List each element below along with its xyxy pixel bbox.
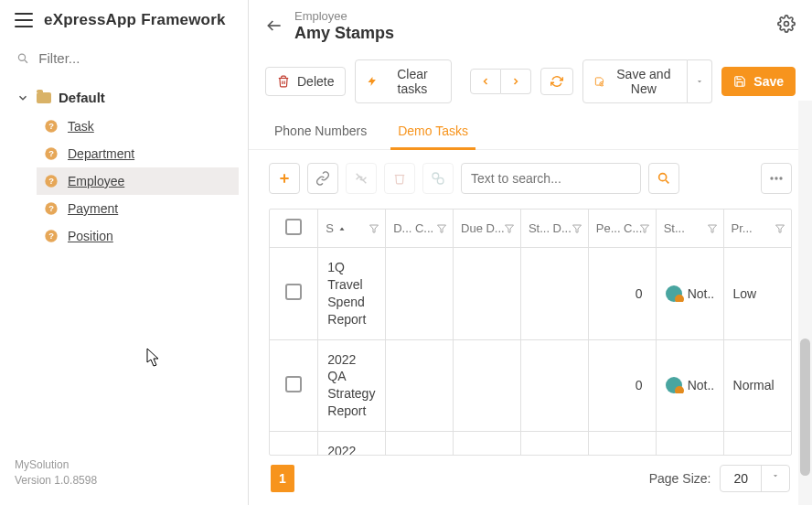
nav-label: Payment [68, 201, 118, 216]
clear-tasks-label: Clear tasks [385, 67, 439, 96]
grid-search-input[interactable] [461, 163, 641, 194]
row-status: Not... [656, 339, 723, 432]
caret-down-icon [771, 471, 780, 480]
prev-record-button[interactable] [470, 69, 501, 94]
filter-icon[interactable] [572, 223, 582, 234]
save-and-new-split: Save and New [582, 59, 713, 103]
tree-root[interactable]: Default [9, 82, 239, 113]
nav-label: Employee [68, 174, 124, 188]
question-icon: ? [44, 229, 59, 243]
row-checkbox[interactable] [270, 248, 318, 340]
footer-version: Version 1.0.8598 [15, 473, 233, 489]
nav-item-payment[interactable]: ? Payment [37, 195, 239, 222]
tab-phone-numbers[interactable]: Phone Numbers [272, 114, 369, 149]
row-subject: 2022 Training Events [318, 432, 386, 456]
refresh-icon [550, 75, 563, 88]
table-row[interactable]: 2022 Training Events 0 Not... Normal [270, 432, 791, 456]
save-and-new-dropdown[interactable] [688, 59, 712, 103]
page-size-select[interactable]: 20 [720, 465, 790, 492]
titlebar: Employee Amy Stamps [249, 0, 812, 50]
filter-icon[interactable] [639, 223, 650, 234]
row-start-date [520, 248, 588, 340]
col-percent[interactable]: Pe... C... [588, 210, 656, 248]
scrollbar-thumb[interactable] [800, 338, 810, 476]
col-select-all[interactable] [270, 210, 318, 248]
svg-marker-31 [640, 225, 648, 232]
svg-point-25 [775, 177, 777, 179]
svg-text:?: ? [48, 177, 54, 186]
row-due-date [454, 248, 521, 340]
filter-box [0, 40, 248, 75]
link-icon [315, 171, 330, 186]
vertical-scrollbar[interactable] [798, 101, 812, 505]
col-due-date[interactable]: Due D... [454, 210, 521, 248]
delete-button[interactable]: Delete [265, 67, 346, 96]
nav-item-position[interactable]: ? Position [37, 222, 239, 250]
col-date-completed[interactable]: D... C... [386, 210, 454, 248]
svg-point-0 [18, 54, 25, 60]
nav-tree: Default ? Task ? Department ? Employee ?… [0, 75, 248, 257]
question-icon: ? [44, 146, 59, 161]
filter-icon[interactable] [369, 223, 379, 234]
link-row-button[interactable] [307, 163, 338, 194]
save-icon [733, 75, 746, 88]
clear-tasks-button[interactable]: Clear tasks [355, 59, 451, 103]
sort-asc-icon [337, 225, 347, 234]
filter-icon[interactable] [436, 223, 447, 234]
filter-icon[interactable] [504, 223, 515, 234]
checkbox-icon[interactable] [285, 219, 302, 235]
add-row-button[interactable] [269, 163, 300, 194]
row-checkbox[interactable] [270, 339, 318, 432]
breadcrumb: Employee [294, 9, 394, 23]
row-percent: 0 [588, 432, 656, 456]
page-size-dropdown[interactable] [761, 466, 789, 491]
svg-point-13 [785, 22, 789, 27]
page-1-button[interactable]: 1 [271, 465, 294, 492]
row-start-date [520, 339, 588, 432]
tab-demo-tasks[interactable]: Demo Tasks [396, 114, 470, 149]
row-status: Not... [656, 432, 723, 456]
sidebar-filter-input[interactable] [38, 50, 231, 66]
svg-text:?: ? [48, 204, 54, 213]
grid-search-button[interactable] [648, 163, 679, 194]
folder-icon [37, 92, 51, 103]
refresh-button[interactable] [540, 68, 573, 95]
sidebar-footer: MySolution Version 1.0.8598 [0, 448, 248, 505]
delete-row-button[interactable] [384, 163, 415, 194]
col-priority[interactable]: Pr... [723, 210, 791, 248]
refresh-row-button[interactable] [422, 163, 454, 194]
col-subject[interactable]: S [318, 210, 386, 248]
unlink-icon [354, 171, 369, 186]
footer-solution: MySolution [15, 457, 233, 473]
col-status[interactable]: St... [656, 210, 723, 248]
row-subject: 1Q Travel Spend Report [318, 248, 386, 340]
nav-item-department[interactable]: ? Department [37, 140, 239, 167]
save-button[interactable]: Save [721, 67, 796, 96]
save-label: Save [753, 74, 784, 89]
row-date-completed [386, 339, 454, 432]
nav-item-task[interactable]: ? Task [37, 113, 239, 140]
back-button[interactable] [262, 13, 287, 38]
unlink-row-button[interactable] [346, 163, 377, 194]
page-title: Amy Stamps [294, 24, 394, 43]
hamburger-icon[interactable] [15, 13, 33, 27]
svg-line-23 [666, 180, 668, 183]
nav-item-employee[interactable]: ? Employee [37, 167, 239, 195]
record-navigator [470, 69, 531, 94]
row-due-date [454, 432, 521, 456]
grid-toolbar [249, 150, 812, 203]
col-start-date[interactable]: St... D... [520, 210, 588, 248]
chevron-left-icon [480, 76, 491, 87]
grid-more-button[interactable] [761, 163, 792, 194]
row-priority: Low [723, 248, 791, 340]
settings-button[interactable] [777, 15, 796, 33]
row-checkbox[interactable] [270, 432, 318, 456]
table-row[interactable]: 1Q Travel Spend Report 0 Not... Low [270, 248, 791, 340]
table-row[interactable]: 2022 QA Strategy Report 0 Not... Normal [270, 339, 791, 432]
filter-icon[interactable] [707, 223, 718, 234]
svg-point-22 [659, 174, 667, 181]
filter-icon[interactable] [775, 223, 785, 234]
save-and-new-button[interactable]: Save and New [582, 59, 689, 103]
row-date-completed [386, 248, 454, 340]
next-record-button[interactable] [501, 69, 531, 94]
